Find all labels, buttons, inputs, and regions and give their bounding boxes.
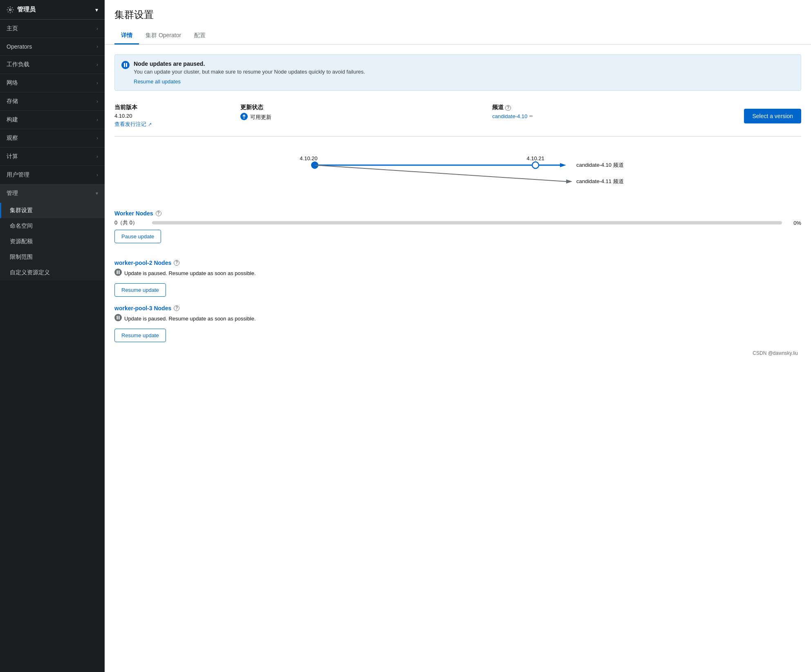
- sidebar-item-limit-range[interactable]: 限制范围: [0, 249, 105, 265]
- tabs: 详情 集群 Operator 配置: [114, 28, 801, 44]
- svg-rect-3: [126, 63, 127, 67]
- chevron-right-icon: ›: [96, 80, 98, 86]
- tab-details[interactable]: 详情: [114, 28, 139, 45]
- svg-marker-7: [560, 163, 566, 167]
- sidebar-item-workloads[interactable]: 工作负载 ›: [0, 56, 105, 74]
- svg-line-10: [315, 165, 566, 181]
- sidebar-item-build[interactable]: 构建 ›: [0, 111, 105, 129]
- paused-icon: [114, 269, 122, 278]
- version-section: 当前版本 4.10.20 查看发行注记 ↗ 更新状态: [114, 101, 801, 137]
- page-body: Node updates are paused. You can update …: [105, 45, 811, 366]
- update-available-text: 可用更新: [250, 114, 271, 121]
- sidebar-item-observe[interactable]: 观察 ›: [0, 129, 105, 148]
- worker-nodes-help-icon[interactable]: ?: [156, 211, 161, 216]
- worker-progress-pct: 0%: [787, 220, 801, 226]
- sidebar-item-home[interactable]: 主页 ›: [0, 20, 105, 38]
- channel-help-icon[interactable]: ?: [505, 105, 511, 111]
- worker-nodes-section: Worker Nodes ? 0（共 0） 0% Pause update: [114, 210, 801, 251]
- worker-progress-bar: [152, 221, 782, 224]
- tab-config[interactable]: 配置: [188, 28, 212, 45]
- sidebar-item-custom-resource-defs[interactable]: 自定义资源定义: [0, 265, 105, 280]
- svg-marker-11: [566, 179, 572, 184]
- sidebar-item-resource-quota[interactable]: 资源配额: [0, 234, 105, 249]
- worker-pool-3-status: Update is paused. Resume update as soon …: [114, 314, 801, 323]
- svg-point-19: [114, 314, 122, 321]
- chevron-right-icon: ›: [96, 135, 98, 141]
- sidebar-item-manage[interactable]: 管理 ▾: [0, 184, 105, 203]
- channel-label: 频道 ?: [492, 104, 744, 111]
- worker-pool-3-section: worker-pool-3 Nodes ? Update is paused. …: [114, 305, 801, 342]
- chevron-right-icon: ›: [96, 117, 98, 123]
- worker-progress-row: 0（共 0） 0%: [114, 219, 801, 226]
- sidebar-item-compute[interactable]: 计算 ›: [0, 148, 105, 166]
- version-graph: 4.10.20 4.10.21 candidate-4.10 频道 candid…: [114, 146, 801, 200]
- svg-point-0: [9, 9, 11, 11]
- sidebar-item-user-mgmt[interactable]: 用户管理 ›: [0, 166, 105, 184]
- svg-point-16: [114, 269, 122, 276]
- admin-title: 管理员: [17, 6, 36, 13]
- svg-text:4.10.21: 4.10.21: [526, 155, 544, 161]
- chevron-right-icon: ›: [96, 62, 98, 67]
- sidebar: 管理员 ▾ 主页 › Operators › 工作负载 › 网络 › 存储 › …: [0, 0, 105, 672]
- sidebar-admin-header[interactable]: 管理员 ▾: [0, 0, 105, 20]
- current-version-value: 4.10.20: [114, 113, 240, 119]
- pause-update-button[interactable]: Pause update: [114, 230, 161, 243]
- pause-icon: [121, 61, 130, 71]
- worker-pool-2-status: Update is paused. Resume update as soon …: [114, 269, 801, 278]
- worker-count: 0（共 0）: [114, 219, 147, 226]
- svg-point-9: [532, 162, 539, 168]
- gear-icon: [7, 6, 14, 13]
- svg-rect-20: [117, 316, 118, 320]
- chevron-down-icon: ▾: [96, 190, 98, 196]
- worker-pool-2-section: worker-pool-2 Nodes ? Update is paused. …: [114, 260, 801, 297]
- worker-pool-3-resume-button[interactable]: Resume update: [114, 329, 166, 342]
- update-status-col: 更新状态 可用更新: [240, 104, 492, 122]
- alert-banner: Node updates are paused. You can update …: [114, 54, 801, 91]
- sidebar-item-network[interactable]: 网络 ›: [0, 74, 105, 92]
- chevron-right-icon: ›: [96, 99, 98, 104]
- resume-all-updates-link[interactable]: Resume all updates: [134, 78, 181, 85]
- svg-rect-2: [124, 63, 125, 67]
- select-version-button[interactable]: Select a version: [744, 109, 801, 123]
- svg-point-1: [121, 61, 130, 69]
- page-title: 集群设置: [114, 8, 801, 21]
- external-link-icon: ↗: [148, 122, 152, 127]
- graph-container: 4.10.20 4.10.21 candidate-4.10 频道 candid…: [123, 153, 793, 194]
- alert-title: Node updates are paused.: [134, 60, 365, 67]
- worker-pool-2-title[interactable]: worker-pool-2 Nodes ?: [114, 260, 801, 266]
- sidebar-item-storage[interactable]: 存储 ›: [0, 92, 105, 111]
- svg-rect-18: [119, 271, 120, 274]
- worker-nodes-title[interactable]: Worker Nodes ?: [114, 210, 801, 217]
- update-available-icon: [240, 113, 248, 122]
- sidebar-item-namespaces[interactable]: 命名空间: [0, 218, 105, 234]
- graph-svg: 4.10.20 4.10.21 candidate-4.10 频道 candid…: [123, 153, 793, 194]
- worker-pool-3-title[interactable]: worker-pool-3 Nodes ?: [114, 305, 801, 311]
- svg-rect-21: [119, 316, 120, 320]
- chevron-right-icon: ›: [96, 26, 98, 31]
- sidebar-item-cluster-settings[interactable]: 集群设置: [0, 203, 105, 218]
- svg-text:candidate-4.11 频道: candidate-4.11 频道: [576, 178, 624, 184]
- edit-icon: ✏: [529, 114, 533, 119]
- admin-chevron-down-icon: ▾: [95, 7, 98, 13]
- page-header: 集群设置 详情 集群 Operator 配置: [105, 0, 811, 45]
- svg-point-5: [244, 118, 244, 119]
- tab-cluster-operator[interactable]: 集群 Operator: [139, 28, 188, 45]
- chevron-right-icon: ›: [96, 44, 98, 49]
- update-status-label: 更新状态: [240, 104, 492, 111]
- channel-value[interactable]: candidate-4.10 ✏: [492, 113, 533, 119]
- current-version-label: 当前版本: [114, 104, 240, 111]
- svg-rect-17: [117, 271, 118, 274]
- chevron-right-icon: ›: [96, 172, 98, 178]
- svg-text:candidate-4.10 频道: candidate-4.10 频道: [576, 162, 624, 168]
- worker-pool-2-help-icon[interactable]: ?: [174, 260, 179, 266]
- main-content: 集群设置 详情 集群 Operator 配置 Node updates are …: [105, 0, 811, 672]
- release-notes-link[interactable]: 查看发行注记 ↗: [114, 121, 152, 128]
- current-version-col: 当前版本 4.10.20 查看发行注记 ↗: [114, 104, 240, 128]
- paused-icon-2: [114, 314, 122, 323]
- alert-desc: You can update your cluster, but make su…: [134, 69, 365, 75]
- worker-pool-3-help-icon[interactable]: ?: [174, 305, 179, 311]
- channel-col: 频道 ? candidate-4.10 ✏: [492, 104, 744, 119]
- sidebar-item-operators[interactable]: Operators ›: [0, 38, 105, 56]
- chevron-right-icon: ›: [96, 154, 98, 159]
- worker-pool-2-resume-button[interactable]: Resume update: [114, 283, 166, 297]
